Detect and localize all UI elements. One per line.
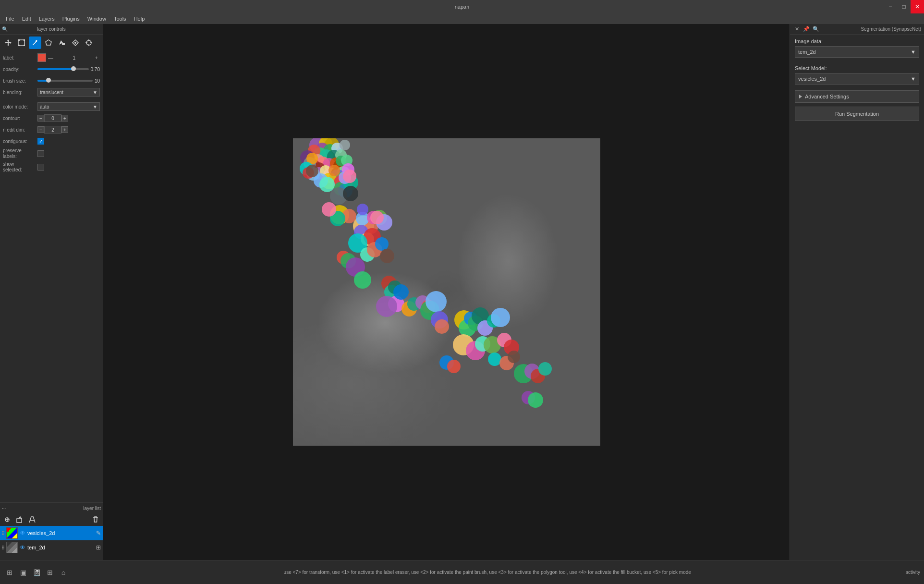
blending-value: translucent bbox=[40, 90, 63, 95]
home-icon[interactable]: ⌂ bbox=[58, 567, 69, 578]
vesicle bbox=[447, 360, 461, 373]
select-model-chevron: ▼ bbox=[911, 76, 916, 82]
run-segmentation-button[interactable]: Run Segmentation bbox=[795, 107, 919, 121]
image-data-section: Image data: tem_2d ▼ bbox=[790, 35, 924, 61]
layer-edit-icon-vesicles[interactable]: ✎ bbox=[96, 530, 101, 536]
advanced-settings-button[interactable]: Advanced Settings bbox=[795, 90, 919, 103]
label-plus[interactable]: + bbox=[93, 55, 100, 61]
svg-rect-17 bbox=[17, 519, 22, 523]
layer-thumb-tem bbox=[6, 542, 18, 553]
show-selected-label: showselected: bbox=[3, 161, 37, 173]
label-color-swatch[interactable] bbox=[37, 53, 46, 62]
polygon-tool-button[interactable] bbox=[42, 36, 55, 49]
vesicle bbox=[380, 249, 394, 263]
select-model-value: vesicles_2d bbox=[798, 76, 826, 82]
preserve-labels-row: preservelabels: bbox=[3, 148, 100, 159]
layer-list-title: layer list bbox=[83, 506, 101, 511]
tem-background bbox=[293, 138, 600, 446]
opacity-slider[interactable] bbox=[37, 68, 89, 70]
contiguous-checkbox[interactable]: ✓ bbox=[37, 138, 44, 145]
console-icon[interactable]: ▣ bbox=[17, 567, 29, 578]
vesicle bbox=[491, 308, 510, 327]
add-labels-button[interactable] bbox=[27, 514, 37, 525]
add-points-button[interactable] bbox=[2, 514, 12, 525]
paint-brush-button[interactable] bbox=[29, 36, 41, 49]
layer-item-vesicles[interactable]: 👁 vesicles_2d ✎ bbox=[0, 526, 103, 540]
vesicle bbox=[370, 211, 384, 224]
select-model-label: Select Model: bbox=[795, 65, 919, 71]
opacity-value: 0.70 bbox=[91, 67, 100, 72]
maximize-button[interactable]: □ bbox=[897, 0, 911, 13]
n-edit-dim-input[interactable] bbox=[44, 126, 61, 134]
layer-list-section: ··· layer list bbox=[0, 502, 103, 560]
n-edit-dim-row: n edit dim: − + bbox=[3, 125, 100, 134]
menu-file[interactable]: File bbox=[2, 13, 18, 24]
blending-dropdown[interactable]: translucent ▼ bbox=[37, 88, 100, 97]
label-field-label: label: bbox=[3, 55, 37, 61]
move-tool-button[interactable] bbox=[2, 36, 14, 49]
contour-minus[interactable]: − bbox=[37, 115, 44, 122]
opacity-label: opacity: bbox=[3, 67, 37, 72]
svg-rect-2 bbox=[24, 39, 25, 41]
image-data-label: Image data: bbox=[795, 38, 919, 44]
svg-rect-3 bbox=[18, 45, 20, 46]
n-edit-dim-plus[interactable]: + bbox=[61, 126, 68, 133]
search-icon[interactable]: 🔍 bbox=[2, 26, 8, 32]
delete-layer-button[interactable] bbox=[90, 514, 101, 525]
svg-rect-7 bbox=[62, 43, 65, 45]
svg-rect-4 bbox=[24, 45, 25, 46]
vesicle bbox=[435, 319, 449, 334]
menu-help[interactable]: Help bbox=[130, 13, 149, 24]
right-panel-pin-icon[interactable]: 📌 bbox=[802, 25, 810, 33]
label-minus[interactable]: — bbox=[46, 55, 55, 61]
search-controls: 🔍 bbox=[2, 26, 8, 32]
color-mode-dropdown[interactable]: auto ▼ bbox=[37, 102, 100, 111]
right-panel: ✕ 📌 🔍 Segmentation (SynapseNet) Image da… bbox=[790, 24, 924, 560]
vesicle bbox=[376, 296, 397, 317]
n-edit-dim-minus[interactable]: − bbox=[37, 126, 44, 133]
brush-size-slider[interactable] bbox=[37, 80, 93, 82]
image-data-dropdown[interactable]: tem_2d ▼ bbox=[795, 46, 919, 58]
add-shapes-button[interactable] bbox=[14, 514, 25, 525]
contour-row: contour: − + bbox=[3, 113, 100, 123]
menu-tools[interactable]: Tools bbox=[110, 13, 130, 24]
fill-bucket-button[interactable] bbox=[56, 36, 68, 49]
vesicle bbox=[426, 291, 447, 312]
terminal-icon[interactable]: ⊞ bbox=[4, 567, 15, 578]
layer-list-dots[interactable]: ··· bbox=[2, 506, 6, 511]
contiguous-row: contiguous: ✓ bbox=[3, 136, 100, 146]
menu-edit[interactable]: Edit bbox=[18, 13, 35, 24]
status-text: use <7> for transform, use <1> for activ… bbox=[69, 570, 905, 575]
label-tool-button[interactable] bbox=[69, 36, 82, 49]
preserve-labels-checkbox[interactable] bbox=[37, 150, 44, 157]
pick-tool-button[interactable] bbox=[83, 36, 95, 49]
advanced-settings-triangle bbox=[799, 95, 802, 98]
right-panel-header: ✕ 📌 🔍 Segmentation (SynapseNet) bbox=[790, 24, 924, 35]
minimize-button[interactable]: − bbox=[884, 0, 897, 13]
right-panel-close-icon[interactable]: ✕ bbox=[793, 25, 801, 33]
tool-bar bbox=[0, 35, 103, 51]
menu-window[interactable]: Window bbox=[84, 13, 110, 24]
menu-plugins[interactable]: Plugins bbox=[59, 13, 84, 24]
status-icons: ⊞ ▣ 📓 ⊞ ⌂ bbox=[4, 567, 69, 578]
select-model-dropdown[interactable]: vesicles_2d ▼ bbox=[795, 73, 919, 85]
transform-tool-button[interactable] bbox=[15, 36, 28, 49]
brush-size-value: 10 bbox=[95, 78, 100, 84]
contour-input[interactable] bbox=[44, 114, 61, 122]
layer-visibility-tem[interactable]: 👁 bbox=[20, 544, 25, 551]
right-panel-search-icon[interactable]: 🔍 bbox=[812, 25, 820, 33]
menu-layers[interactable]: Layers bbox=[35, 13, 59, 24]
notebook-icon[interactable]: 📓 bbox=[31, 567, 42, 578]
vesicle bbox=[354, 271, 371, 289]
main-canvas[interactable] bbox=[103, 24, 790, 560]
grid-icon[interactable]: ⊞ bbox=[44, 567, 56, 578]
layer-visibility-vesicles[interactable]: 👁 bbox=[20, 530, 25, 536]
close-button[interactable]: ✕ bbox=[911, 0, 924, 13]
n-edit-dim-label: n edit dim: bbox=[3, 127, 37, 133]
show-selected-checkbox[interactable] bbox=[37, 164, 44, 170]
svg-marker-6 bbox=[46, 40, 51, 45]
vesicle bbox=[322, 202, 336, 217]
contour-plus[interactable]: + bbox=[61, 115, 68, 122]
app-title: napari bbox=[455, 4, 470, 10]
layer-item-tem[interactable]: 👁 tem_2d ⊞ bbox=[0, 540, 103, 555]
